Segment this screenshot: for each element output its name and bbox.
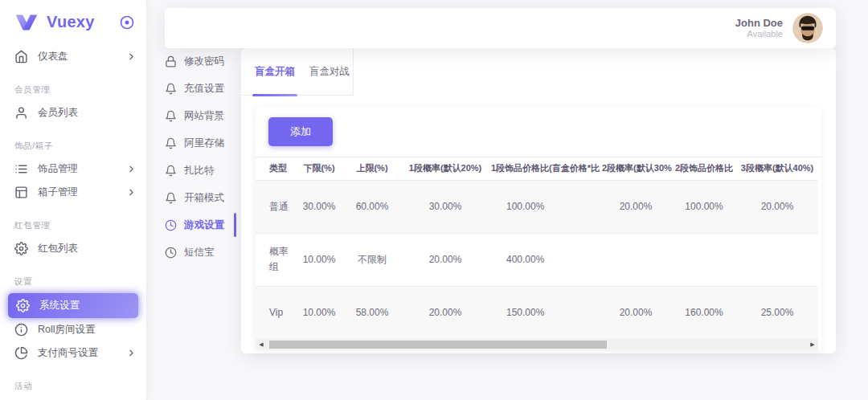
table-cell: 58.00% xyxy=(342,286,402,339)
main-sidebar: Vuexy 仪表盘会员管理会员列表饰品/箱子饰品管理箱子管理红包管理红包列表设置… xyxy=(0,0,147,400)
table-cell: 20.00% xyxy=(600,180,672,233)
settings-menu: 修改密码充值设置网站背景阿里存储扎比特开箱模式游戏设置短信宝 xyxy=(165,51,234,270)
table-cell: 30.00% xyxy=(296,180,342,233)
table-cell: 400.00% xyxy=(489,233,600,286)
sidebar-item-member-list[interactable]: 会员列表 xyxy=(0,101,146,124)
sidebar-item-payment-merchant-settings[interactable]: 支付商号设置 xyxy=(0,341,146,365)
settings-menu-item-zhabite[interactable]: 扎比特 xyxy=(165,161,234,180)
sidebar-section-label: 活动 xyxy=(0,379,146,393)
menu-collapse-toggle-icon[interactable] xyxy=(119,14,135,31)
table-cell: Vip xyxy=(256,286,296,339)
sidebar-item-dashboard[interactable]: 仪表盘 xyxy=(0,45,146,68)
table-header-cell: 2段概率(默认30%) xyxy=(600,157,672,180)
settings-menu-item-label: 修改密码 xyxy=(184,55,224,68)
sidebar-item-label: 红包列表 xyxy=(38,242,137,255)
table-cell: 20.00% xyxy=(736,180,818,233)
home-icon xyxy=(14,50,28,63)
sidebar-item-system-settings[interactable]: 系统设置 xyxy=(8,293,138,318)
settings-menu-item-label: 开箱模式 xyxy=(184,191,224,205)
gear-icon xyxy=(16,299,30,312)
sidebar-section-label: 饰品/箱子 xyxy=(0,139,146,153)
chevron-right-icon xyxy=(126,164,137,174)
sidebar-section-label: 设置 xyxy=(0,275,146,288)
table-cell: 160.00% xyxy=(672,286,736,339)
table-header-cell: 类型 xyxy=(256,157,296,180)
table-cell: 20.00% xyxy=(600,286,672,339)
tab-blindbox-battle[interactable]: 盲盒对战 xyxy=(307,48,352,95)
settings-menu-item-label: 阿里存储 xyxy=(184,137,224,150)
table-cell: 10.00% xyxy=(296,286,342,339)
content-card: 盲盒开箱盲盒对战 添加 类型下限(%)上限(%)1段概率(默认20%)1段饰品价… xyxy=(241,48,836,353)
table-cell: 100.00% xyxy=(672,180,736,233)
settings-menu-item-label: 短信宝 xyxy=(184,246,215,259)
layout-icon xyxy=(14,186,28,199)
lock-icon xyxy=(165,55,177,67)
table-header-cell: 上限(%) xyxy=(342,157,402,180)
settings-menu-item-game-settings[interactable]: 游戏设置 xyxy=(165,215,234,235)
sidebar-item-label: 会员列表 xyxy=(38,106,137,120)
settings-menu-item-smsbao[interactable]: 短信宝 xyxy=(165,243,234,262)
brand-title: Vuexy xyxy=(47,13,119,31)
settings-menu-item-site-background[interactable]: 网站背景 xyxy=(165,106,234,125)
sidebar-item-accessory-mgmt[interactable]: 饰品管理 xyxy=(0,157,146,181)
table-cell: 60.00% xyxy=(342,180,402,233)
tab-bar: 盲盒开箱盲盒对战 xyxy=(241,48,354,96)
table-header-row: 类型下限(%)上限(%)1段概率(默认20%)1段饰品价格比(盲盒价格*比例)2… xyxy=(256,157,818,180)
sidebar-item-redpacket-list[interactable]: 红包列表 xyxy=(0,237,146,260)
pie-chart-icon xyxy=(14,346,28,360)
table-cell: 100.00% xyxy=(489,180,600,233)
chevron-right-icon xyxy=(126,348,137,358)
table-header-cell: 下限(%) xyxy=(296,157,342,180)
settings-menu-item-change-password[interactable]: 修改密码 xyxy=(165,51,234,71)
horizontal-scrollbar[interactable]: ◀ ▶ xyxy=(256,340,818,349)
sidebar-item-label: 箱子管理 xyxy=(38,186,126,199)
sidebar-item-roll-room-settings[interactable]: Roll房间设置 xyxy=(0,318,146,341)
page: Vuexy 仪表盘会员管理会员列表饰品/箱子饰品管理箱子管理红包管理红包列表设置… xyxy=(0,0,868,400)
bell-icon xyxy=(165,192,177,204)
table-row: 普通30.00%60.00%30.00%100.00%20.00%100.00%… xyxy=(256,180,818,233)
table-row: 概率组10.00%不限制20.00%400.00% xyxy=(256,233,818,286)
sidebar-item-label: Roll房间设置 xyxy=(38,323,137,337)
avatar[interactable] xyxy=(792,13,823,43)
user-icon xyxy=(14,106,28,120)
scroll-left-arrow-icon[interactable]: ◀ xyxy=(256,340,267,349)
settings-menu-item-label: 扎比特 xyxy=(184,164,215,178)
table-cell: 概率组 xyxy=(256,233,296,286)
sidebar-nav: 仪表盘会员管理会员列表饰品/箱子饰品管理箱子管理红包管理红包列表设置系统设置Ro… xyxy=(0,44,146,393)
clock-icon xyxy=(165,247,177,259)
table-cell: 20.00% xyxy=(402,233,489,286)
sidebar-item-label: 系统设置 xyxy=(39,299,132,312)
table-cell: 不限制 xyxy=(342,233,402,286)
settings-menu-item-unbox-mode[interactable]: 开箱模式 xyxy=(165,188,234,207)
settings-menu-item-ali-storage[interactable]: 阿里存储 xyxy=(165,133,234,153)
table-header-cell: 2段饰品价格比 xyxy=(672,157,736,180)
table-header-cell: 3段概率(默认40%) xyxy=(736,157,818,180)
settings-menu-item-recharge-settings[interactable]: 充值设置 xyxy=(165,79,234,98)
user-menu[interactable]: John Doe Available xyxy=(735,13,823,43)
user-status: Available xyxy=(735,29,783,39)
table-card: 添加 类型下限(%)上限(%)1段概率(默认20%)1段饰品价格比(盲盒价格*比… xyxy=(256,107,821,349)
sidebar-section-label: 会员管理 xyxy=(0,83,146,96)
clock-icon xyxy=(165,219,177,231)
sidebar-item-label: 饰品管理 xyxy=(38,162,126,176)
tab-blindbox-open[interactable]: 盲盒开箱 xyxy=(252,48,297,95)
bell-icon xyxy=(165,137,177,149)
scroll-right-arrow-icon[interactable]: ▶ xyxy=(807,340,818,349)
user-text: John Doe Available xyxy=(735,17,783,39)
table-cell xyxy=(736,233,818,286)
toolbar: 添加 xyxy=(256,107,821,157)
info-icon xyxy=(14,323,28,337)
gear-icon xyxy=(14,242,28,255)
add-button[interactable]: 添加 xyxy=(268,117,333,146)
settings-menu-item-label: 网站背景 xyxy=(184,109,224,123)
logo-row: Vuexy xyxy=(0,0,146,44)
chevron-right-icon xyxy=(126,51,137,62)
bell-icon xyxy=(165,110,177,122)
scrollbar-thumb[interactable] xyxy=(269,341,607,349)
sidebar-item-box-mgmt[interactable]: 箱子管理 xyxy=(0,181,146,204)
table-header-cell: 1段饰品价格比(盲盒价格*比例) xyxy=(489,157,600,180)
list-icon xyxy=(14,162,28,176)
rates-table: 类型下限(%)上限(%)1段概率(默认20%)1段饰品价格比(盲盒价格*比例)2… xyxy=(256,157,818,340)
bell-icon xyxy=(165,165,177,177)
sidebar-item-label: 支付商号设置 xyxy=(38,346,126,360)
